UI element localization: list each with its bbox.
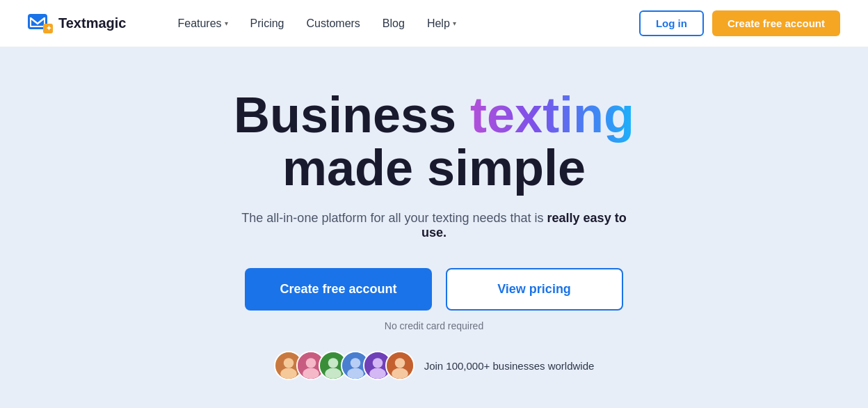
create-account-hero-button[interactable]: Create free account [245, 268, 431, 311]
nav-features[interactable]: Features ▾ [168, 12, 237, 36]
avatar [385, 351, 415, 380]
svg-point-14 [347, 368, 364, 379]
hero-title: Business texting made simple [234, 89, 634, 194]
svg-point-10 [328, 358, 337, 368]
avatar-group [274, 351, 415, 380]
svg-point-17 [369, 368, 386, 379]
features-chevron-icon: ▾ [225, 19, 228, 27]
svg-text:✦: ✦ [46, 24, 52, 32]
social-proof-text: Join 100,000+ businesses worldwide [424, 360, 595, 372]
svg-point-7 [305, 358, 315, 368]
no-credit-text: No credit card required [385, 320, 483, 331]
nav-blog[interactable]: Blog [373, 12, 415, 36]
social-proof: Join 100,000+ businesses worldwide [274, 351, 595, 380]
svg-point-19 [394, 358, 404, 368]
hero-section: Business texting made simple The all-in-… [0, 47, 868, 408]
svg-point-4 [283, 358, 293, 368]
logo-link[interactable]: ✦ Textmagic [28, 14, 126, 33]
navbar: ✦ Textmagic Features ▾ Pricing Customers… [0, 0, 868, 47]
nav-links: Features ▾ Pricing Customers Blog Help ▾ [168, 12, 638, 36]
brand-name: Textmagic [58, 15, 126, 31]
hero-subtitle: The all-in-one platform for all your tex… [239, 211, 629, 240]
hero-title-highlight: texting [470, 87, 634, 143]
svg-point-16 [372, 358, 382, 368]
nav-actions: Log in Create free account [639, 10, 840, 36]
hero-title-part1: Business [234, 87, 470, 143]
login-button[interactable]: Log in [639, 10, 704, 36]
nav-help[interactable]: Help ▾ [417, 12, 466, 36]
view-pricing-button[interactable]: View pricing [446, 268, 623, 311]
nav-customers[interactable]: Customers [297, 12, 370, 36]
svg-point-11 [325, 368, 341, 379]
hero-subtitle-plain: The all-in-one platform for all your tex… [241, 211, 547, 225]
svg-point-8 [303, 368, 319, 379]
hero-buttons: Create free account View pricing [245, 268, 622, 311]
logo-icon: ✦ [28, 14, 53, 33]
create-account-nav-button[interactable]: Create free account [712, 10, 840, 36]
nav-pricing[interactable]: Pricing [241, 12, 294, 36]
svg-point-5 [280, 368, 297, 379]
help-chevron-icon: ▾ [453, 19, 456, 27]
svg-point-13 [350, 358, 360, 368]
hero-title-part2: made simple [282, 140, 586, 196]
svg-point-20 [392, 368, 408, 379]
